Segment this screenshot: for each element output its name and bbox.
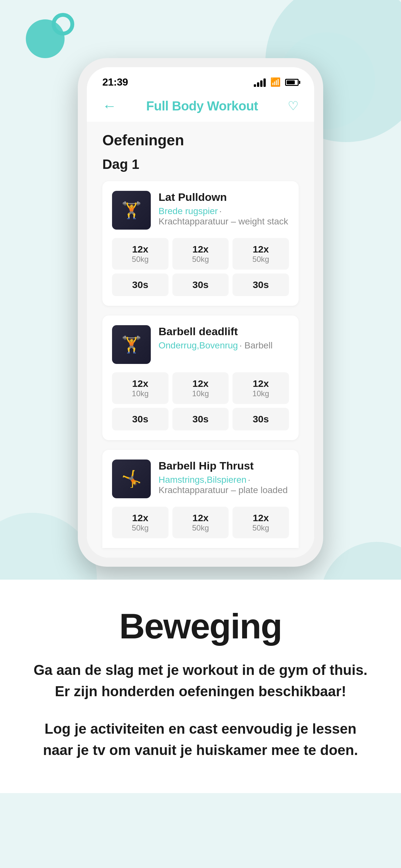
exercise-image-deadlift [112, 325, 151, 364]
exercise-name: Barbell deadlift [158, 325, 289, 338]
exercise-equipment: · Barbell [239, 340, 273, 350]
exercise-info: Barbell deadlift Onderrug,Bovenrug · Bar… [158, 325, 289, 351]
set-cell: 12x50kg [233, 238, 289, 270]
logo-big-circle [26, 20, 65, 58]
phone-device: 21:39 📶 ← Full Body Workout ♡ [78, 58, 323, 567]
sets-grid: 12x50kg 12x50kg 12x50kg 30s 30s 30s [112, 238, 289, 296]
status-time: 21:39 [102, 76, 128, 88]
exercise-card-deadlift[interactable]: Barbell deadlift Onderrug,Bovenrug · Bar… [102, 315, 299, 440]
exercise-detail: Onderrug,Bovenrug · Barbell [158, 340, 289, 351]
exercise-muscles: Hamstrings,Bilspieren [158, 475, 246, 485]
exercise-card-lat-pulldown[interactable]: Lat Pulldown Brede rugspier · Krachtappa… [102, 181, 299, 306]
set-cell: 12x10kg [173, 372, 229, 404]
status-icons: 📶 [254, 77, 299, 87]
set-cell: 12x50kg [173, 507, 229, 538]
status-bar: 21:39 📶 [87, 67, 314, 91]
exercise-detail: Brede rugspier · Krachtapparatuur – weig… [158, 206, 289, 227]
exercise-info: Barbell Hip Thrust Hamstrings,Bilspieren… [158, 460, 289, 495]
beweging-title: Beweging [26, 606, 375, 647]
phone-wrapper: 21:39 📶 ← Full Body Workout ♡ [0, 0, 401, 580]
exercise-name: Barbell Hip Thrust [158, 460, 289, 472]
set-cell: 12x10kg [233, 372, 289, 404]
rest-cell: 30s [173, 408, 229, 430]
set-cell: 12x50kg [112, 507, 168, 538]
sets-grid: 12x50kg 12x50kg 12x50kg [112, 507, 289, 538]
rest-cell: 30s [173, 274, 229, 296]
exercise-image-hip-thrust [112, 460, 151, 498]
set-cell: 12x50kg [112, 238, 168, 270]
exercise-card-hip-thrust[interactable]: Barbell Hip Thrust Hamstrings,Bilspieren… [102, 450, 299, 548]
set-cell: 12x50kg [173, 238, 229, 270]
set-cell: 12x50kg [233, 507, 289, 538]
set-cell: 12x10kg [112, 372, 168, 404]
exercise-name: Lat Pulldown [158, 191, 289, 204]
rest-cell: 30s [233, 408, 289, 430]
beweging-description-2: Log je activiteiten en cast eenvoudig je… [26, 718, 375, 761]
exercise-image-lat-pulldown [112, 191, 151, 229]
rest-cell: 30s [112, 408, 168, 430]
exercise-detail: Hamstrings,Bilspieren · Krachtapparatuur… [158, 475, 289, 495]
phone-screen: 21:39 📶 ← Full Body Workout ♡ [87, 67, 314, 558]
exercise-muscles: Brede rugspier [158, 206, 218, 216]
bottom-section: Beweging Ga aan de slag met je workout i… [0, 580, 401, 793]
exercise-header: Barbell deadlift Onderrug,Bovenrug · Bar… [112, 325, 289, 364]
section-title: Oefeningen [102, 131, 299, 149]
battery-icon [285, 79, 299, 86]
favorite-button[interactable]: ♡ [288, 99, 299, 113]
exercise-header: Lat Pulldown Brede rugspier · Krachtappa… [112, 191, 289, 229]
signal-icon [254, 78, 266, 87]
exercise-info: Lat Pulldown Brede rugspier · Krachtappa… [158, 191, 289, 227]
sets-grid: 12x10kg 12x10kg 12x10kg 30s 30s 30s [112, 372, 289, 430]
wifi-icon: 📶 [270, 77, 281, 87]
rest-cell: 30s [233, 274, 289, 296]
content-area: Oefeningen Dag 1 Lat Pulldown Brede rugs… [87, 122, 314, 558]
back-button[interactable]: ← [102, 98, 117, 114]
exercise-muscles: Onderrug,Bovenrug [158, 340, 238, 350]
rest-cell: 30s [112, 274, 168, 296]
day-title: Dag 1 [102, 157, 299, 172]
page-title: Full Body Workout [146, 99, 258, 113]
exercise-header: Barbell Hip Thrust Hamstrings,Bilspieren… [112, 460, 289, 498]
nav-bar: ← Full Body Workout ♡ [87, 91, 314, 122]
beweging-description-1: Ga aan de slag met je workout in de gym … [26, 659, 375, 702]
